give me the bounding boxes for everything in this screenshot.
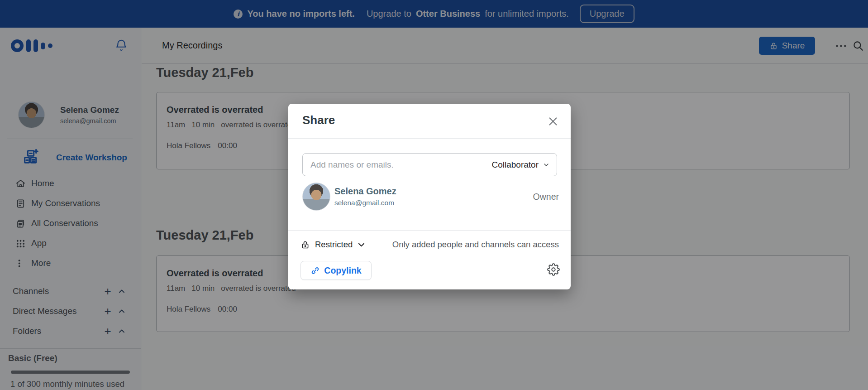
- copy-link-label: Copylink: [324, 265, 361, 276]
- access-description: Only added people and channels can acces…: [392, 240, 559, 250]
- close-icon[interactable]: [547, 116, 559, 129]
- person-role: Owner: [533, 192, 559, 202]
- chevron-down-icon: [543, 161, 550, 169]
- otter-app: i You have no imports left. Upgrade to O…: [0, 0, 868, 390]
- divider: [288, 230, 571, 231]
- divider: [288, 138, 571, 139]
- share-modal-title: Share: [302, 113, 335, 127]
- lock-icon: [300, 240, 310, 250]
- share-modal: Share Collaborator Selena Gomez selena@g…: [288, 104, 571, 289]
- person-email: selena@gmail.com: [334, 199, 396, 207]
- chevron-down-icon[interactable]: [357, 241, 366, 249]
- role-selected: Collaborator: [492, 160, 539, 170]
- share-invite-field: Collaborator: [302, 153, 557, 176]
- access-level: Restricted: [315, 240, 353, 250]
- role-selector[interactable]: Collaborator: [492, 160, 557, 170]
- copy-link-button[interactable]: Copylink: [300, 261, 372, 280]
- access-row: Restricted Only added people and channel…: [300, 240, 559, 250]
- invite-input[interactable]: [303, 160, 492, 170]
- person-name: Selena Gomez: [334, 186, 396, 197]
- person-avatar: [302, 183, 330, 211]
- link-icon: [310, 266, 320, 275]
- shared-person-row: Selena Gomez selena@gmail.com Owner: [302, 182, 559, 211]
- gear-icon[interactable]: [547, 263, 560, 278]
